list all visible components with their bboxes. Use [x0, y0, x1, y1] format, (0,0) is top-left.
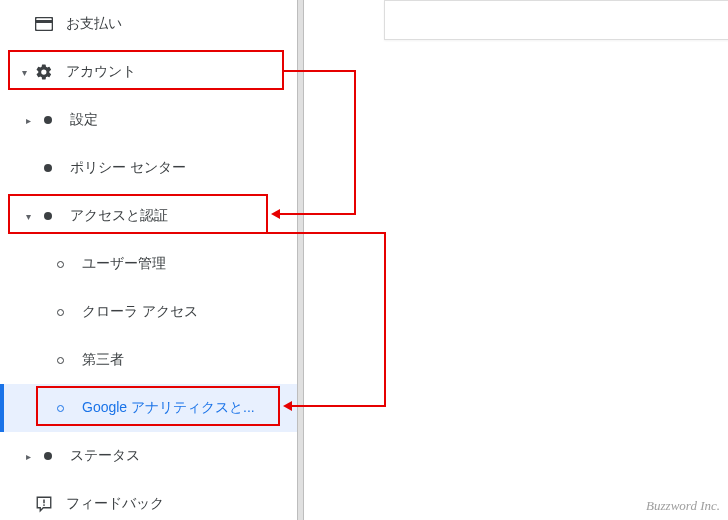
vertical-divider	[297, 0, 304, 520]
bullet-icon	[36, 164, 60, 172]
label: アクセスと認証	[70, 207, 168, 225]
label: お支払い	[66, 15, 122, 33]
label: Google アナリティクスと...	[82, 399, 255, 417]
bullet-icon	[48, 405, 72, 412]
sidebar-item-policy-center[interactable]: ポリシー センター	[0, 144, 297, 192]
content-panel	[384, 0, 728, 40]
sidebar-item-google-analytics[interactable]: Google アナリティクスと...	[0, 384, 297, 432]
sidebar-item-feedback[interactable]: フィードバック	[0, 480, 297, 520]
svg-rect-0	[36, 18, 53, 31]
sidebar-item-settings[interactable]: ▸ 設定	[0, 96, 297, 144]
bullet-icon	[36, 116, 60, 124]
label: 設定	[70, 111, 98, 129]
svg-rect-3	[43, 504, 45, 506]
footer-brand: Buzzword Inc.	[646, 498, 720, 514]
bullet-icon	[48, 357, 72, 364]
sidebar-item-crawler-access[interactable]: クローラ アクセス	[0, 288, 297, 336]
label: ユーザー管理	[82, 255, 166, 273]
svg-rect-2	[43, 500, 45, 504]
bullet-icon	[48, 261, 72, 268]
svg-rect-1	[35, 20, 53, 23]
sidebar-item-user-management[interactable]: ユーザー管理	[0, 240, 297, 288]
label: 第三者	[82, 351, 124, 369]
label: フィードバック	[66, 495, 164, 513]
gear-icon	[32, 63, 56, 81]
sidebar-item-access-auth[interactable]: ▾ アクセスと認証	[0, 192, 297, 240]
chevron-down-icon: ▾	[18, 67, 30, 78]
sidebar: お支払い ▾ アカウント ▸ 設定 ポリシー センター ▾ アクセスと認証 ユー…	[0, 0, 297, 520]
label: ステータス	[70, 447, 140, 465]
sidebar-item-payments[interactable]: お支払い	[0, 0, 297, 48]
feedback-icon	[32, 495, 56, 513]
bullet-icon	[48, 309, 72, 316]
label: クローラ アクセス	[82, 303, 198, 321]
label: アカウント	[66, 63, 136, 81]
content-area: Buzzword Inc.	[304, 0, 728, 520]
chevron-down-icon: ▾	[22, 211, 34, 222]
bullet-icon	[36, 212, 60, 220]
bullet-icon	[36, 452, 60, 460]
label: ポリシー センター	[70, 159, 186, 177]
sidebar-item-third-party[interactable]: 第三者	[0, 336, 297, 384]
chevron-right-icon: ▸	[22, 451, 34, 462]
sidebar-item-status[interactable]: ▸ ステータス	[0, 432, 297, 480]
chevron-right-icon: ▸	[22, 115, 34, 126]
payments-icon	[32, 17, 56, 31]
sidebar-item-account[interactable]: ▾ アカウント	[0, 48, 297, 96]
